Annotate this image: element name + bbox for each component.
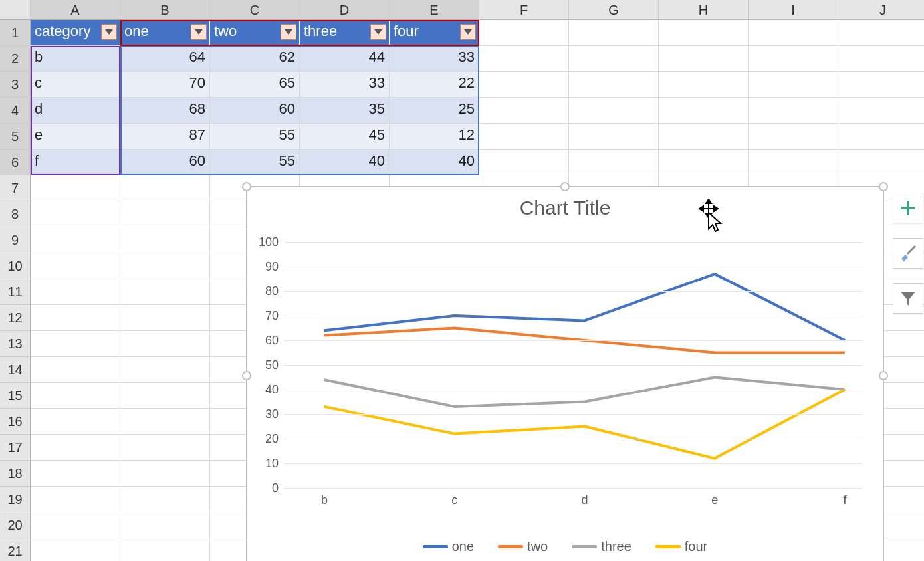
cell[interactable] — [120, 357, 210, 383]
resize-handle[interactable] — [242, 182, 251, 191]
cell[interactable] — [569, 46, 659, 72]
row-header[interactable]: 10 — [0, 253, 31, 279]
cell[interactable] — [838, 46, 924, 72]
cell[interactable] — [120, 538, 210, 561]
cell[interactable] — [569, 98, 659, 124]
row-header[interactable]: 7 — [0, 175, 31, 201]
cell[interactable]: category — [31, 20, 120, 46]
cell[interactable] — [120, 253, 210, 279]
legend-item[interactable]: three — [572, 539, 632, 554]
cell[interactable] — [479, 98, 569, 124]
cell[interactable] — [120, 435, 210, 461]
cell[interactable] — [479, 72, 569, 98]
cell[interactable] — [31, 253, 120, 279]
cell[interactable] — [120, 383, 210, 409]
column-header[interactable]: J — [838, 0, 924, 20]
chart-title[interactable]: Chart Title — [247, 197, 883, 219]
cell[interactable] — [749, 150, 838, 175]
cell[interactable] — [569, 20, 659, 46]
row-header[interactable]: 4 — [0, 98, 31, 124]
cell[interactable] — [31, 383, 120, 409]
cell[interactable] — [31, 279, 120, 305]
cell[interactable] — [120, 227, 210, 253]
row-header[interactable]: 2 — [0, 46, 31, 72]
row-header[interactable]: 5 — [0, 124, 31, 150]
cell[interactable] — [569, 150, 659, 175]
legend-item[interactable]: two — [498, 539, 548, 554]
resize-handle[interactable] — [879, 371, 888, 380]
cell[interactable] — [659, 20, 749, 46]
cell[interactable] — [569, 72, 659, 98]
cell[interactable]: 33 — [390, 46, 479, 72]
cell[interactable] — [749, 20, 838, 46]
resize-handle[interactable] — [879, 182, 888, 191]
cell[interactable] — [659, 98, 749, 124]
cell[interactable] — [479, 150, 569, 175]
cell[interactable] — [31, 305, 120, 331]
cell[interactable] — [31, 538, 120, 561]
column-header[interactable]: F — [479, 0, 569, 20]
row-header[interactable]: 18 — [0, 461, 31, 487]
column-header[interactable]: G — [569, 0, 659, 20]
cell[interactable] — [838, 20, 924, 46]
cell[interactable] — [31, 512, 120, 538]
cell[interactable] — [659, 124, 749, 150]
cell[interactable]: 40 — [390, 150, 479, 175]
cell[interactable]: d — [31, 98, 120, 124]
cell[interactable] — [838, 98, 924, 124]
chart-plot-area[interactable]: 0102030405060708090100bcdef — [284, 242, 862, 488]
chart-series-line[interactable] — [324, 378, 845, 407]
cell[interactable] — [749, 72, 838, 98]
row-header[interactable]: 17 — [0, 435, 31, 461]
row-header[interactable]: 21 — [0, 538, 31, 561]
cell[interactable]: two — [210, 20, 300, 46]
cell[interactable]: 45 — [300, 124, 390, 150]
cell[interactable]: 12 — [390, 124, 479, 150]
cell[interactable] — [749, 46, 838, 72]
cell[interactable]: three — [300, 20, 390, 46]
cell[interactable] — [120, 279, 210, 305]
row-header[interactable]: 6 — [0, 150, 31, 175]
cell[interactable] — [659, 72, 749, 98]
cell[interactable] — [749, 124, 838, 150]
row-header[interactable]: 8 — [0, 201, 31, 227]
cell[interactable]: f — [31, 150, 120, 175]
row-header[interactable]: 11 — [0, 279, 31, 305]
legend-item[interactable]: four — [655, 539, 707, 554]
cell[interactable] — [120, 512, 210, 538]
column-header[interactable]: I — [749, 0, 838, 20]
chart-legend[interactable]: onetwothreefour — [247, 536, 883, 554]
cell[interactable] — [659, 150, 749, 175]
cell[interactable]: four — [390, 20, 479, 46]
row-header[interactable]: 9 — [0, 227, 31, 253]
cell[interactable]: 70 — [120, 72, 210, 98]
cell[interactable] — [31, 331, 120, 357]
embedded-chart[interactable]: Chart Title 0102030405060708090100bcdef … — [246, 186, 884, 561]
column-header[interactable]: D — [300, 0, 390, 20]
filter-dropdown-button[interactable] — [191, 24, 207, 40]
cell[interactable] — [31, 435, 120, 461]
legend-item[interactable]: one — [423, 539, 474, 554]
cell[interactable]: 60 — [120, 150, 210, 175]
cell[interactable] — [120, 201, 210, 227]
column-header[interactable]: B — [120, 0, 210, 20]
cell[interactable] — [659, 46, 749, 72]
cell[interactable]: 33 — [300, 72, 390, 98]
cell[interactable]: 87 — [120, 124, 210, 150]
chart-series-line[interactable] — [324, 390, 845, 459]
cell[interactable] — [31, 201, 120, 227]
filter-dropdown-button[interactable] — [101, 24, 117, 40]
cell[interactable] — [838, 150, 924, 175]
row-header[interactable]: 14 — [0, 357, 31, 383]
row-header[interactable]: 20 — [0, 512, 31, 538]
column-header[interactable]: C — [210, 0, 300, 20]
cell[interactable]: 25 — [390, 98, 479, 124]
cell[interactable]: 64 — [120, 46, 210, 72]
column-header[interactable]: E — [390, 0, 479, 20]
row-header[interactable]: 3 — [0, 72, 31, 98]
resize-handle[interactable] — [560, 182, 570, 191]
cell[interactable] — [838, 124, 924, 150]
cell[interactable] — [749, 98, 838, 124]
cell[interactable]: one — [120, 20, 210, 46]
cell[interactable]: c — [31, 72, 120, 98]
